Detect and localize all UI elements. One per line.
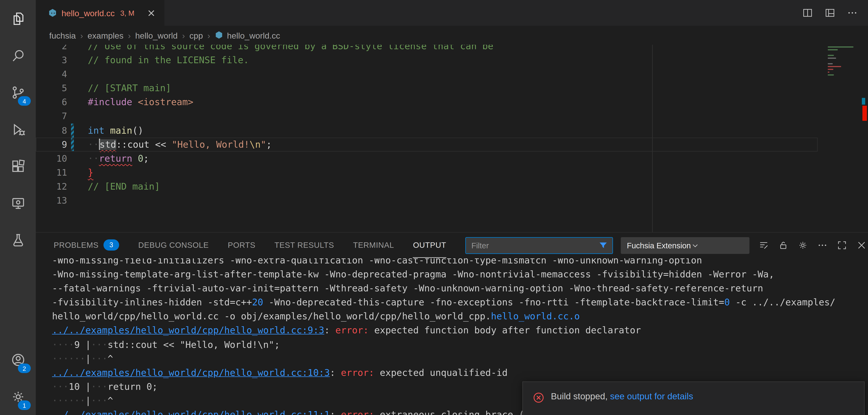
output-channel-select[interactable]: Fuchsia Extension (621, 237, 749, 254)
panel-tab-test-results[interactable]: TEST RESULTS (274, 233, 334, 258)
code-token: ·· (88, 153, 99, 164)
line-number[interactable]: 10 (36, 151, 67, 165)
breadcrumb-item-examples[interactable]: examples (88, 31, 124, 40)
output-filter (465, 237, 613, 254)
filter-input[interactable] (470, 240, 598, 250)
error-icon (533, 391, 544, 403)
output-token: error: (341, 409, 374, 415)
line-number[interactable]: 11 (36, 165, 67, 180)
output-line: ······|···^ (52, 352, 868, 365)
output-token: -Wno-missing-template-arg-list-after-tem… (52, 269, 774, 280)
line-number[interactable]: 6 (36, 95, 67, 109)
scroll-lock-button[interactable] (777, 238, 790, 252)
close-panel-button[interactable] (855, 238, 868, 252)
tab-bar: hello_world.cc 3, M (36, 0, 868, 26)
output-token: -Wno-deprecated-this-capture -fno-except… (263, 297, 724, 308)
maximize-panel-button[interactable] (836, 238, 849, 252)
code-line: 7 (36, 109, 818, 123)
chevron-separator-icon: › (128, 31, 131, 40)
gutter-space (71, 193, 74, 208)
source-control-badge: 4 (18, 96, 31, 106)
panel-more-actions-button[interactable] (816, 238, 829, 252)
customize-layout-button[interactable] (823, 6, 837, 20)
ellipsis-icon (817, 240, 828, 251)
output-file-link[interactable]: ../../examples/hello_world/cpp/hello_wor… (52, 325, 324, 336)
line-number[interactable]: 3 (36, 53, 67, 67)
output-file-link[interactable]: ../../examples/hello_world/cpp/hello_wor… (52, 409, 330, 415)
panel-tab-terminal[interactable]: TERMINAL (353, 233, 394, 258)
gutter-space (71, 151, 74, 165)
tab-close-button[interactable] (146, 7, 157, 19)
sidebar-item-testing[interactable] (0, 222, 36, 258)
gear-icon (798, 240, 808, 251)
notification-link[interactable]: see output for details (610, 391, 693, 401)
sidebar-item-source-control[interactable]: 4 (0, 74, 36, 111)
code-token: #include (88, 97, 132, 107)
code-token: " (260, 139, 266, 150)
line-number[interactable]: 8 (36, 123, 67, 137)
output-settings-button[interactable] (797, 238, 810, 252)
code-token: // [END main] (88, 181, 160, 192)
output-token: -c ../../examples/ (730, 297, 835, 308)
line-number[interactable]: 5 (36, 81, 67, 95)
code-token: ·· (88, 139, 99, 150)
code-editor[interactable]: 2// Use of this source code is governed … (36, 45, 868, 232)
clear-output-button[interactable] (757, 238, 771, 252)
code-text: } (74, 165, 93, 180)
panel-tab-problems[interactable]: PROBLEMS 3 (54, 233, 119, 258)
output-token: ······ (52, 353, 85, 364)
code-line: 9··std::cout << "Hello, World!\n"; (36, 137, 818, 151)
split-editor-button[interactable] (801, 6, 814, 20)
panel-tab-debug-console[interactable]: DEBUG CONSOLE (138, 233, 209, 258)
output-file-link[interactable]: ../../examples/hello_world/cpp/hello_wor… (52, 367, 330, 378)
breadcrumb-item-fuchsia[interactable]: fuchsia (49, 31, 76, 40)
output-token: 20 (252, 297, 263, 308)
line-number[interactable]: 13 (36, 193, 67, 208)
editor-lines: 2// Use of this source code is governed … (36, 45, 818, 208)
sidebar-item-accounts[interactable]: 2 (0, 341, 36, 378)
close-icon (148, 9, 155, 17)
breadcrumb-item-cpp[interactable]: cpp (189, 31, 203, 40)
editor-tab-hello-world[interactable]: hello_world.cc 3, M (36, 0, 165, 26)
output-token: extraneous closing brace ('}') (374, 409, 547, 415)
breadcrumb-item-file[interactable]: hello_world.cc (215, 31, 280, 40)
panel-tab-ports[interactable]: PORTS (228, 233, 255, 258)
line-number[interactable]: 12 (36, 180, 67, 193)
line-number[interactable]: 9 (36, 137, 67, 151)
sidebar-item-settings[interactable]: 1 (0, 378, 36, 415)
output-token: expected function body after function de… (369, 325, 641, 336)
gutter-space (71, 67, 74, 81)
overview-ruler[interactable] (861, 45, 868, 232)
output-token: ··· (91, 339, 107, 350)
more-actions-button[interactable] (846, 6, 859, 20)
output-token: ··· (52, 381, 69, 392)
cpp-file-icon (215, 31, 223, 40)
line-number[interactable]: 7 (36, 109, 67, 123)
line-number[interactable]: 4 (36, 67, 67, 81)
output-token: ······ (52, 395, 85, 406)
sidebar-item-extensions[interactable] (0, 148, 36, 185)
code-token: return (99, 153, 132, 164)
sidebar-item-remote-explorer[interactable] (0, 185, 36, 222)
output-token: std::cout << "Hello, World!\n"; (107, 339, 280, 350)
output-token: return 0; (107, 381, 158, 392)
sidebar-item-run-debug[interactable] (0, 111, 36, 148)
line-number[interactable]: 2 (36, 45, 67, 53)
code-text: ··return 0; (74, 151, 149, 165)
panel-tab-output[interactable]: OUTPUT (413, 233, 446, 258)
code-token: // Use of this source code is governed b… (88, 45, 493, 52)
filter-icon[interactable] (598, 241, 608, 250)
chevron-separator-icon: › (207, 31, 210, 40)
chevron-separator-icon: › (80, 31, 83, 40)
output-token: ^ (107, 353, 113, 364)
tab-decoration: 3, M (120, 9, 134, 17)
remote-explorer-icon (10, 196, 26, 211)
breadcrumb-item-hello-world[interactable]: hello_world (135, 31, 178, 40)
sidebar-item-explorer[interactable] (0, 0, 36, 37)
output-token: ··· (91, 395, 107, 406)
panel-controls: Fuchsia Extension (465, 237, 868, 254)
output-token: 10 | (69, 381, 91, 392)
sidebar-item-search[interactable] (0, 37, 36, 74)
minimap[interactable] (828, 46, 860, 77)
code-text: // [START main] (74, 81, 171, 95)
